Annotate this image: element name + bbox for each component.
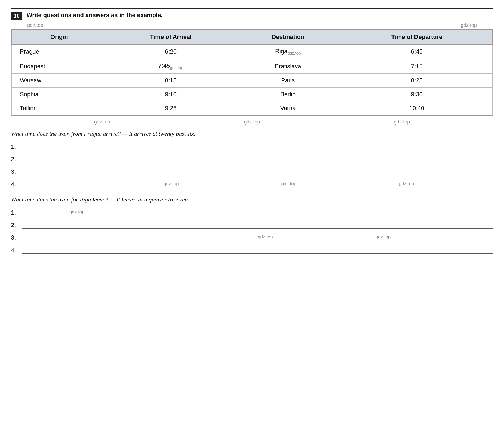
write-line-2-3: 3. gdz.top gdz.top <box>11 234 493 241</box>
arrival-tallinn: 9:25 <box>107 101 235 115</box>
watermark-below-1: gdz.top <box>94 119 110 125</box>
line-number: 1. <box>11 209 19 216</box>
departure-tallinn: 10:40 <box>341 101 493 115</box>
answer-blank[interactable]: gdz.top gdz.top <box>22 234 493 241</box>
col-origin: Origin <box>12 30 107 45</box>
departure-prague: 6:45 <box>341 45 493 59</box>
watermark-row-top: gdz.top gdz.top <box>11 23 493 28</box>
dest-berlin: Berlin <box>235 87 341 101</box>
writing-section-2: 1. gdz.top 2. 3. gdz.top gdz.top 4. <box>11 209 493 254</box>
dest-bratislava: Bratislava <box>235 59 341 73</box>
exercise-number: 10 <box>11 12 22 20</box>
line-number: 1. <box>11 143 19 150</box>
example-leave: What time does the train for Riga leave?… <box>11 196 493 203</box>
answer-blank[interactable] <box>22 168 493 175</box>
line-number: 3. <box>11 234 19 241</box>
write-line-2-1: 1. gdz.top <box>11 209 493 216</box>
table-row: Sophia 9:10 Berlin 9:30 <box>12 87 493 101</box>
dest-paris: Paris <box>235 73 341 87</box>
origin-budapest: Budapest <box>12 59 107 73</box>
departure-budapest: 7:15 <box>341 59 493 73</box>
exercise-header: 10 Write questions and answers as in the… <box>11 8 493 20</box>
col-destination: Destination <box>235 30 341 45</box>
line-number: 4. <box>11 247 19 254</box>
watermark-s2-l3-1: gdz.top <box>258 234 273 240</box>
answer-blank[interactable] <box>22 155 493 163</box>
dest-varna: Varna <box>235 101 341 115</box>
watermark-s2-l1: gdz.top <box>69 209 85 215</box>
example-arrive: What time does the train from Prague arr… <box>11 130 493 137</box>
answer-blank[interactable] <box>22 143 493 150</box>
train-table: Origin Time of Arrival Destination Time … <box>11 29 493 116</box>
write-line-1-4: 4. gdz.top gdz.top gdz.top <box>11 180 493 188</box>
write-line-1-1: 1. <box>11 143 493 150</box>
origin-prague: Prague <box>12 45 107 59</box>
line-number: 2. <box>11 156 19 163</box>
arrival-warsaw: 8:15 <box>107 73 235 87</box>
table-header-row: Origin Time of Arrival Destination Time … <box>12 30 493 45</box>
table-row: Prague 6:20 Rigagdz.top 6:45 <box>12 45 493 59</box>
example-leave-answer: It leaves at a quarter to seven. <box>116 196 189 203</box>
dest-riga: Rigagdz.top <box>235 45 341 59</box>
answer-blank[interactable]: gdz.top gdz.top gdz.top <box>22 180 493 188</box>
col-arrival: Time of Arrival <box>107 30 235 45</box>
exercise-title: Write questions and answers as in the ex… <box>27 12 163 19</box>
watermark-s1-l4-1: gdz.top <box>164 181 179 187</box>
watermark-s1-l4-2: gdz.top <box>281 181 297 187</box>
line-number: 2. <box>11 222 19 229</box>
watermark-s1-l4-3: gdz.top <box>399 181 414 187</box>
write-line-2-2: 2. <box>11 221 493 229</box>
arrival-sophia: 9:10 <box>107 87 235 101</box>
watermark-top-left: gdz.top <box>27 23 43 28</box>
col-departure: Time of Departure <box>341 30 493 45</box>
example-arrive-answer: It arrives at twenty past six. <box>129 130 195 137</box>
answer-blank[interactable]: gdz.top <box>22 209 493 216</box>
arrival-prague: 6:20 <box>107 45 235 59</box>
example-leave-dash: — <box>110 196 116 203</box>
schedule-table: Origin Time of Arrival Destination Time … <box>11 29 493 115</box>
origin-sophia: Sophia <box>12 87 107 101</box>
writing-section-1: 1. 2. 3. 4. gdz.top gdz.top gdz.top <box>11 143 493 188</box>
origin-warsaw: Warsaw <box>12 73 107 87</box>
origin-tallinn: Tallinn <box>12 101 107 115</box>
line-number: 3. <box>11 168 19 175</box>
example-arrive-dash: — <box>122 130 129 137</box>
arrival-budapest: 7:45gdz.top <box>107 59 235 73</box>
table-row: Tallinn 9:25 Varna 10:40 <box>12 101 493 115</box>
write-line-1-2: 2. <box>11 155 493 163</box>
write-line-2-4: 4. <box>11 246 493 254</box>
example-leave-question: What time does the train for Riga leave? <box>11 196 108 203</box>
watermark-s2-l3-2: gdz.top <box>376 234 391 240</box>
watermark-below-3: gdz.top <box>394 119 410 125</box>
departure-sophia: 9:30 <box>341 87 493 101</box>
departure-warsaw: 8:25 <box>341 73 493 87</box>
watermark-top-right: gdz.top <box>461 23 477 28</box>
watermark-below-2: gdz.top <box>244 119 260 125</box>
answer-blank[interactable] <box>22 246 493 254</box>
answer-blank[interactable] <box>22 221 493 229</box>
example-arrive-question: What time does the train from Prague arr… <box>11 130 121 137</box>
write-line-1-3: 3. <box>11 168 493 175</box>
watermarks-below-table: gdz.top gdz.top gdz.top <box>11 118 493 126</box>
table-row: Budapest 7:45gdz.top Bratislava 7:15 <box>12 59 493 73</box>
line-number: 4. <box>11 181 19 188</box>
table-row: Warsaw 8:15 Paris 8:25 <box>12 73 493 87</box>
